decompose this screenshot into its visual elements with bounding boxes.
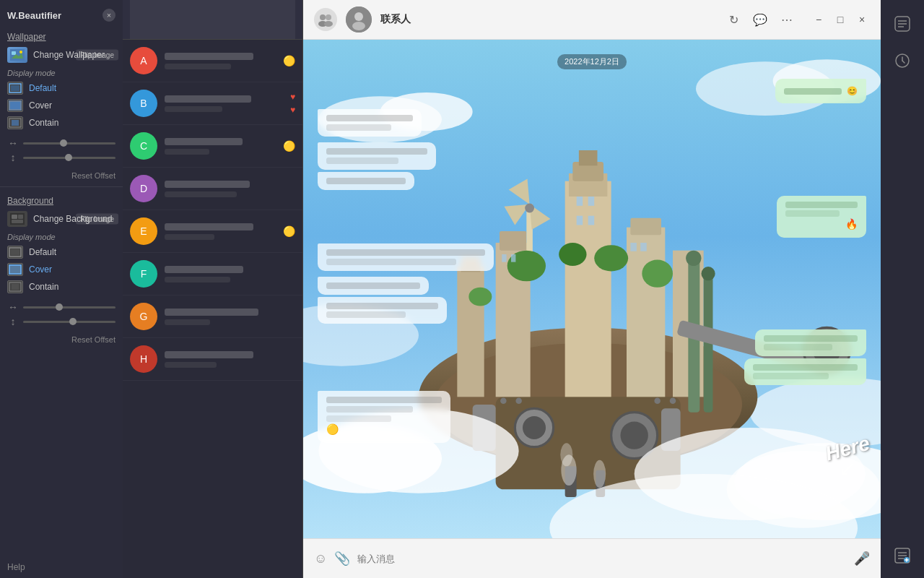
chat-meta: 🟡 xyxy=(283,225,295,237)
wallpaper-mode-contain[interactable]: Contain xyxy=(0,114,123,131)
svg-line-101 xyxy=(902,61,905,63)
flip-background-button[interactable]: Flip Image xyxy=(76,214,118,225)
close-button[interactable]: × xyxy=(103,9,116,22)
bg-v-slider-track[interactable] xyxy=(23,321,116,323)
group-icon[interactable] xyxy=(314,8,337,31)
chat-preview xyxy=(165,149,209,155)
chat-icon[interactable]: 💬 xyxy=(752,12,768,27)
v-slider-thumb[interactable] xyxy=(65,154,72,161)
chat-item[interactable]: F xyxy=(123,253,302,296)
flip-wallpaper-button[interactable]: Flip Image xyxy=(76,50,118,61)
chat-preview xyxy=(165,277,230,282)
chat-item[interactable]: C 🟡 xyxy=(123,125,302,168)
cover-mode-icon xyxy=(7,99,23,112)
chat-info xyxy=(165,351,295,368)
message-bubble-right xyxy=(744,358,866,385)
maximize-button[interactable]: □ xyxy=(832,12,848,27)
wallpaper-section-label[interactable]: Wallpaper xyxy=(0,27,123,45)
svg-point-21 xyxy=(320,14,326,20)
chat-item[interactable]: D xyxy=(123,168,302,210)
svg-rect-15 xyxy=(11,249,19,255)
close-window-button[interactable]: × xyxy=(854,12,870,27)
avatar: F xyxy=(130,260,157,288)
emoji-button[interactable]: ☺ xyxy=(314,551,327,566)
avatar: D xyxy=(130,175,157,202)
chat-item[interactable]: G xyxy=(123,296,302,338)
message-bubble-right xyxy=(755,329,866,356)
v-slider-icon: ↕ xyxy=(7,152,19,163)
right-panel-bottom-icon[interactable] xyxy=(894,547,911,567)
vertical-slider-row: ↕ xyxy=(7,152,116,163)
wallpaper-icon xyxy=(7,47,27,63)
messages-scroll[interactable]: 2022年12月2日 😊 xyxy=(303,40,881,538)
help-link[interactable]: Help xyxy=(0,556,123,578)
chat-item[interactable]: E 🟡 xyxy=(123,210,302,253)
chat-item[interactable]: A 🟡 xyxy=(123,40,302,82)
right-panel-icon-2[interactable] xyxy=(889,48,915,74)
background-sliders: ↔ ↕ xyxy=(0,296,123,333)
message-group-left-2 xyxy=(318,277,866,324)
background-mode-default[interactable]: Default xyxy=(0,243,123,261)
chat-info xyxy=(165,138,276,155)
h-slider-thumb[interactable] xyxy=(60,139,67,147)
refresh-icon[interactable]: ↻ xyxy=(725,12,741,27)
bg-h-slider-thumb[interactable] xyxy=(56,303,63,311)
message-bubble-left: 🟡 xyxy=(318,391,450,443)
background-mode-contain[interactable]: Contain xyxy=(0,278,123,296)
svg-rect-6 xyxy=(9,100,22,111)
svg-point-20 xyxy=(314,8,337,31)
chat-name xyxy=(165,266,243,273)
chat-name xyxy=(165,95,251,103)
minimize-button[interactable]: − xyxy=(811,12,827,27)
chat-info xyxy=(165,223,276,240)
bg-h-slider-track[interactable] xyxy=(23,306,116,309)
change-wallpaper-item[interactable]: Change Wallpaper Flip Image xyxy=(0,45,123,65)
chat-name xyxy=(165,223,253,230)
bg-default-icon xyxy=(7,246,23,259)
chat-name xyxy=(165,351,253,358)
avatar: H xyxy=(130,345,157,373)
chat-preview xyxy=(165,234,214,240)
bg-contain-icon xyxy=(7,280,23,293)
chat-preview xyxy=(165,64,231,69)
default-mode-icon xyxy=(7,82,23,95)
wallpaper-sliders: ↔ ↕ xyxy=(0,131,123,169)
more-icon[interactable]: ⋯ xyxy=(779,12,795,27)
svg-point-22 xyxy=(326,14,331,20)
avatar: A xyxy=(130,47,157,74)
wallpaper-reset-offset-button[interactable]: Reset Offset xyxy=(0,169,123,182)
background-mode-cover[interactable]: Cover xyxy=(0,261,123,278)
svg-rect-19 xyxy=(12,284,19,290)
sidebar: W.Beautifier × Wallpaper Change Wallpape… xyxy=(0,0,123,578)
svg-point-26 xyxy=(354,12,363,21)
message-bubble-left xyxy=(318,109,422,137)
app-title: W.Beautifier xyxy=(7,10,61,21)
background-section-label[interactable]: Background xyxy=(0,191,123,209)
bg-default-label: Default xyxy=(29,247,56,257)
chat-item[interactable]: B ♥♥ xyxy=(123,82,302,125)
right-panel-icon-1[interactable] xyxy=(889,11,915,37)
h-slider-track[interactable] xyxy=(23,142,116,144)
chat-preview xyxy=(165,106,222,112)
attach-button[interactable]: 📎 xyxy=(334,551,350,566)
svg-rect-11 xyxy=(12,215,17,219)
h-slider-icon: ↔ xyxy=(7,137,19,149)
svg-rect-16 xyxy=(9,264,22,275)
bg-h-slider-row: ↔ xyxy=(7,301,116,313)
wallpaper-mode-cover[interactable]: Cover xyxy=(0,97,123,114)
wallpaper-mode-default[interactable]: Default xyxy=(0,79,123,97)
chat-preview xyxy=(165,362,217,368)
main-chat-area: 联系人 ↻ 💬 ⋯ − □ × xyxy=(303,0,881,578)
chat-name xyxy=(165,138,243,145)
mic-button[interactable]: 🎤 xyxy=(854,551,870,566)
svg-rect-9 xyxy=(12,120,19,126)
bg-v-slider-icon: ↕ xyxy=(7,316,19,327)
message-input[interactable] xyxy=(357,553,847,564)
chat-preview xyxy=(165,319,210,325)
v-slider-track[interactable] xyxy=(23,157,116,159)
chat-item[interactable]: H xyxy=(123,338,302,381)
bg-v-slider-thumb[interactable] xyxy=(69,318,77,325)
background-reset-offset-button[interactable]: Reset Offset xyxy=(0,333,123,346)
chat-name xyxy=(165,181,250,188)
change-background-item[interactable]: Change Background Flip Image xyxy=(0,209,123,229)
